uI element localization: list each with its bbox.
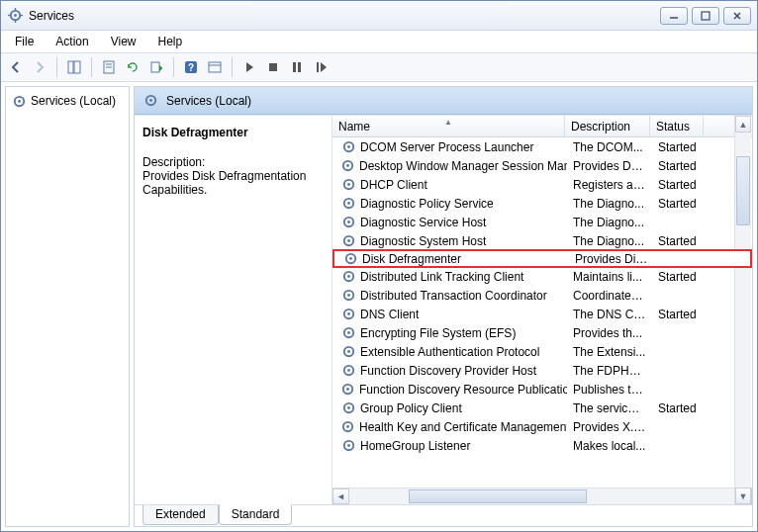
service-name: DCOM Server Process Launcher: [360, 140, 533, 154]
service-name: Extensible Authentication Protocol: [360, 345, 539, 359]
service-status: Started: [652, 308, 706, 321]
svg-point-59: [346, 425, 349, 428]
service-status: Started: [652, 401, 706, 415]
sort-ascending-icon: ▲: [444, 118, 452, 127]
service-row[interactable]: Health Key and Certificate ManagementPro…: [332, 417, 752, 436]
console-tree[interactable]: Services (Local): [5, 86, 130, 527]
column-header-name[interactable]: Name ▲: [332, 116, 565, 136]
service-status: Started: [652, 178, 706, 192]
svg-point-25: [18, 100, 21, 103]
svg-rect-15: [151, 62, 159, 72]
svg-point-27: [149, 99, 152, 102]
service-description: Provides X.5...: [567, 420, 652, 434]
scroll-left-icon[interactable]: ◄: [332, 488, 349, 504]
service-row[interactable]: Function Discovery Resource PublicationP…: [332, 380, 752, 399]
maximize-button[interactable]: [692, 7, 719, 25]
service-row[interactable]: Encrypting File System (EFS)Provides th.…: [332, 323, 752, 342]
svg-point-31: [346, 164, 349, 167]
service-icon: [340, 269, 356, 285]
close-button[interactable]: [723, 7, 751, 25]
show-hide-tree-button[interactable]: [63, 56, 85, 78]
service-row[interactable]: HomeGroup ListenerMakes local...: [332, 436, 752, 455]
service-name: Function Discovery Provider Host: [360, 364, 536, 378]
service-description: Makes local...: [567, 439, 652, 453]
service-description: Provides th...: [567, 326, 652, 340]
hscroll-thumb[interactable]: [409, 489, 587, 503]
svg-point-47: [347, 312, 350, 315]
pause-service-button[interactable]: [286, 56, 308, 78]
forward-button[interactable]: [29, 56, 50, 78]
vscroll-thumb[interactable]: [736, 156, 750, 225]
service-row[interactable]: Distributed Link Tracking ClientMaintain…: [332, 267, 752, 286]
start-service-button[interactable]: [238, 56, 260, 78]
column-header-status[interactable]: Status: [650, 116, 704, 136]
scroll-up-icon[interactable]: ▲: [735, 116, 751, 133]
vertical-scrollbar[interactable]: ▲ ▼: [734, 116, 751, 504]
back-button[interactable]: [5, 56, 27, 78]
svg-text:?: ?: [188, 62, 194, 73]
horizontal-scrollbar[interactable]: ◄ ►: [332, 488, 752, 504]
service-description: The service ...: [567, 401, 652, 415]
service-row[interactable]: DHCP ClientRegisters an...Started: [332, 175, 752, 194]
export-list-button[interactable]: [145, 56, 167, 78]
svg-point-53: [347, 369, 350, 372]
menu-action[interactable]: Action: [46, 33, 98, 50]
svg-point-39: [347, 239, 350, 242]
service-description: The Diagno...: [567, 197, 652, 211]
column-header-description[interactable]: Description: [565, 116, 650, 136]
tree-item-services-local[interactable]: Services (Local): [8, 91, 127, 111]
services-app-icon: [7, 8, 23, 24]
menu-view[interactable]: View: [101, 33, 146, 50]
help-button[interactable]: ?: [180, 56, 202, 78]
svg-point-49: [347, 331, 350, 334]
service-row[interactable]: Desktop Window Manager Session Mana...Pr…: [332, 156, 752, 175]
properties-button[interactable]: [98, 56, 120, 78]
titlebar: Services: [1, 1, 757, 31]
restart-service-button[interactable]: [310, 56, 332, 78]
service-icon: [340, 196, 356, 212]
svg-rect-21: [293, 62, 296, 72]
service-row[interactable]: Distributed Transaction CoordinatorCoord…: [332, 286, 752, 305]
svg-point-35: [347, 202, 350, 205]
service-row[interactable]: Extensible Authentication ProtocolThe Ex…: [332, 342, 752, 361]
service-name: Desktop Window Manager Session Mana...: [359, 159, 567, 173]
toolbar-separator: [56, 57, 57, 77]
svg-point-41: [349, 257, 352, 260]
stop-service-button[interactable]: [262, 56, 284, 78]
service-status: Started: [652, 197, 706, 211]
tab-extended[interactable]: Extended: [142, 505, 219, 525]
service-row[interactable]: Diagnostic System HostThe Diagno...Start…: [332, 231, 752, 250]
service-row[interactable]: Diagnostic Policy ServiceThe Diagno...St…: [332, 194, 752, 213]
service-name: Encrypting File System (EFS): [360, 326, 516, 340]
service-status: Started: [652, 159, 706, 173]
service-description: Publishes th...: [567, 383, 652, 397]
refresh-button[interactable]: [122, 56, 143, 78]
svg-point-61: [347, 444, 350, 447]
services-icon: [142, 93, 158, 109]
minimize-button[interactable]: [660, 7, 688, 25]
menubar: File Action View Help: [1, 31, 757, 53]
menu-file[interactable]: File: [5, 33, 44, 50]
service-description: The Diagno...: [567, 234, 652, 248]
menu-help[interactable]: Help: [148, 33, 193, 50]
service-name: Function Discovery Resource Publication: [359, 383, 567, 397]
service-icon: [340, 325, 356, 341]
service-row[interactable]: DCOM Server Process LauncherThe DCOM...S…: [332, 137, 752, 156]
svg-rect-23: [317, 62, 319, 72]
service-row[interactable]: Function Discovery Provider HostThe FDPH…: [332, 361, 752, 380]
show-hide-action-pane-button[interactable]: [204, 56, 226, 78]
scroll-down-icon[interactable]: ▼: [735, 488, 751, 504]
service-row[interactable]: Diagnostic Service HostThe Diagno...: [332, 213, 752, 231]
tab-standard[interactable]: Standard: [219, 504, 293, 525]
toolbar-separator: [91, 57, 92, 77]
service-row[interactable]: Group Policy ClientThe service ...Starte…: [332, 399, 752, 417]
result-pane: Services (Local) Disk Defragmenter Descr…: [134, 86, 753, 527]
service-row[interactable]: DNS ClientThe DNS Cli...Started: [332, 305, 752, 323]
toolbar-separator: [173, 57, 174, 77]
service-description: The DNS Cli...: [567, 308, 652, 321]
service-icon: [340, 307, 356, 322]
service-icon: [340, 288, 356, 304]
svg-rect-11: [74, 61, 80, 73]
service-row[interactable]: Disk DefragmenterProvides Dis...: [332, 249, 752, 268]
service-icon: [340, 400, 356, 416]
